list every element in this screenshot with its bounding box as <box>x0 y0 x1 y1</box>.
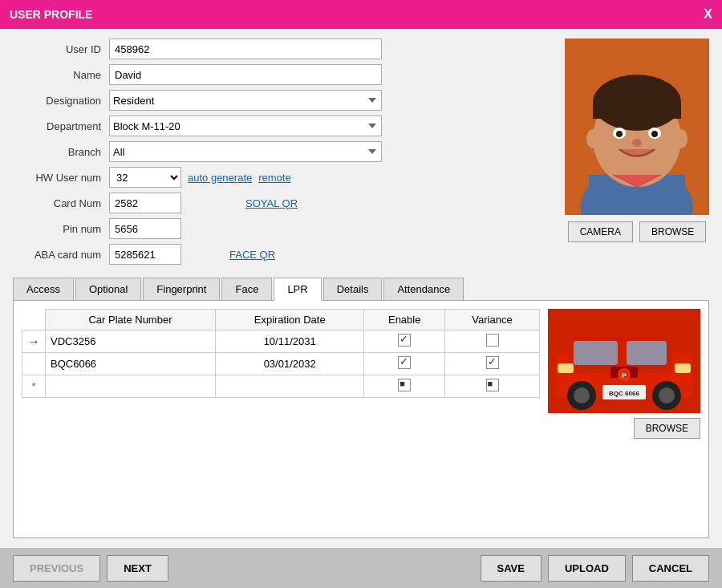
variance-2[interactable] <box>445 353 540 375</box>
svg-point-12 <box>586 129 599 148</box>
camera-button[interactable]: CAMERA <box>568 221 633 242</box>
card-num-label: Card Num <box>13 197 109 209</box>
branch-row: Branch All <box>13 141 549 162</box>
table-row: * <box>22 375 540 398</box>
designation-row: Designation Resident <box>13 90 549 111</box>
soyal-qr-link[interactable]: SOYAL QR <box>245 197 298 209</box>
user-id-label: User ID <box>13 43 109 55</box>
new-variance-checkbox[interactable] <box>486 379 499 391</box>
hw-user-num-row: HW User num 32 auto generate remote <box>13 167 549 188</box>
tab-fingerprint[interactable]: Fingerprint <box>143 278 220 300</box>
variance-checkbox-1[interactable] <box>486 334 499 347</box>
svg-text:BQC 6066: BQC 6066 <box>609 390 639 397</box>
upload-button[interactable]: UPLOAD <box>548 555 626 582</box>
pin-num-row: Pin num <box>13 218 549 239</box>
department-row: Department Block M-11-20 <box>13 116 549 136</box>
new-expdate[interactable] <box>215 375 363 398</box>
hw-user-num-label: HW User num <box>13 172 109 184</box>
lpr-table: Car Plate Number Expiration Date Enable … <box>22 309 540 398</box>
user-id-row: User ID <box>13 39 549 59</box>
svg-rect-23 <box>558 363 574 373</box>
top-section: User ID Name Designation Resident Depart… <box>13 39 709 270</box>
enable-checkbox-2[interactable] <box>398 356 411 369</box>
aba-card-num-label: ABA card num <box>13 249 109 261</box>
pin-num-label: Pin num <box>13 223 109 235</box>
name-label: Name <box>13 69 109 81</box>
new-enable-checkbox[interactable] <box>398 379 411 391</box>
lpr-content: Car Plate Number Expiration Date Enable … <box>22 309 700 439</box>
svg-point-10 <box>651 131 658 137</box>
previous-button[interactable]: PREVIOUS <box>13 555 100 582</box>
row-arrow-1: → <box>22 330 46 353</box>
new-enable[interactable] <box>364 375 445 398</box>
user-id-input[interactable] <box>109 39 382 59</box>
user-photo <box>565 39 709 215</box>
tab-attendance[interactable]: Attendance <box>383 278 464 300</box>
department-label: Department <box>13 120 109 132</box>
variance-1[interactable] <box>445 330 540 353</box>
enable-checkbox-1[interactable] <box>398 334 411 347</box>
plate-2[interactable]: BQC6066 <box>46 353 216 375</box>
col-car-plate: Car Plate Number <box>46 310 216 330</box>
auto-generate-link[interactable]: auto generate <box>188 172 252 184</box>
expdate-1[interactable]: 10/11/2031 <box>215 330 363 353</box>
col-enable: Enable <box>364 310 445 330</box>
lpr-tab-content: Car Plate Number Expiration Date Enable … <box>13 301 709 538</box>
photo-buttons: CAMERA BROWSE <box>568 221 707 242</box>
row-arrow-2 <box>22 353 46 375</box>
tab-face[interactable]: Face <box>221 278 272 300</box>
card-num-input[interactable] <box>109 193 181 213</box>
tab-details[interactable]: Details <box>323 278 383 300</box>
new-variance[interactable] <box>445 375 540 398</box>
pin-num-input[interactable] <box>109 218 181 239</box>
name-input[interactable] <box>109 64 382 85</box>
svg-rect-17 <box>574 341 618 365</box>
browse-photo-button[interactable]: BROWSE <box>639 221 706 242</box>
footer-right: SAVE UPLOAD CANCEL <box>481 555 710 582</box>
close-button[interactable]: X <box>704 7 712 22</box>
tab-lpr[interactable]: LPR <box>274 278 321 301</box>
new-plate[interactable] <box>46 375 216 398</box>
svg-rect-18 <box>627 341 667 365</box>
plate-1[interactable]: VDC3256 <box>46 330 216 353</box>
svg-point-20 <box>574 387 590 403</box>
remote-link[interactable]: remote <box>258 172 290 184</box>
enable-1[interactable] <box>364 330 445 353</box>
tab-access[interactable]: Access <box>13 278 74 300</box>
lpr-browse-button[interactable]: BROWSE <box>634 418 700 439</box>
footer-left: PREVIOUS NEXT <box>13 555 168 582</box>
hw-user-num-select[interactable]: 32 <box>109 167 181 188</box>
aba-card-num-input[interactable] <box>109 244 181 265</box>
hw-section: 32 auto generate remote <box>109 167 291 188</box>
svg-point-9 <box>616 131 623 137</box>
enable-2[interactable] <box>364 353 445 375</box>
save-button[interactable]: SAVE <box>481 555 542 582</box>
designation-select[interactable]: Resident <box>109 90 382 111</box>
name-row: Name <box>13 64 549 85</box>
aba-card-num-row: ABA card num FACE QR <box>13 244 549 265</box>
main-content: User ID Name Designation Resident Depart… <box>0 29 722 548</box>
title-bar: USER PROFILE X <box>0 0 722 29</box>
col-expiration: Expiration Date <box>215 310 363 330</box>
tabs-section: Access Optional Fingerprint Face LPR Det… <box>13 278 709 301</box>
svg-point-11 <box>632 139 642 147</box>
next-button[interactable]: NEXT <box>107 555 168 582</box>
footer: PREVIOUS NEXT SAVE UPLOAD CANCEL <box>0 548 722 588</box>
branch-select[interactable]: All <box>109 141 382 162</box>
department-select[interactable]: Block M-11-20 <box>109 116 382 136</box>
dialog-title: USER PROFILE <box>10 8 92 21</box>
svg-rect-6 <box>593 103 681 119</box>
user-profile-dialog: USER PROFILE X User ID Name Designation … <box>0 0 722 588</box>
expdate-2[interactable]: 03/01/2032 <box>215 353 363 375</box>
svg-point-13 <box>675 129 688 148</box>
cancel-button[interactable]: CANCEL <box>632 555 709 582</box>
table-row: → VDC3256 10/11/2031 <box>22 330 540 353</box>
face-qr-link[interactable]: FACE QR <box>229 249 275 261</box>
variance-checkbox-2[interactable] <box>486 356 499 369</box>
designation-label: Designation <box>13 95 109 107</box>
form-section: User ID Name Designation Resident Depart… <box>13 39 549 270</box>
svg-text:P: P <box>622 371 627 379</box>
svg-point-22 <box>659 387 675 403</box>
tab-optional[interactable]: Optional <box>75 278 141 300</box>
branch-label: Branch <box>13 146 109 158</box>
